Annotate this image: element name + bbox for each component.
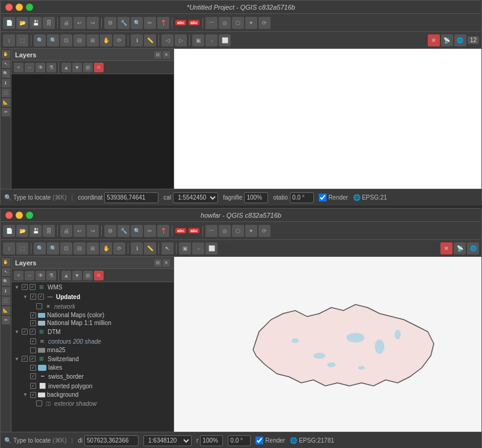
expand-dtm[interactable]: ▼	[14, 329, 20, 335]
zoom-out-icon[interactable]: 🔍	[47, 34, 59, 46]
zoom-tool-icon[interactable]: 🔍	[2, 69, 10, 78]
close-button-top[interactable]	[5, 4, 13, 11]
zoom-extent-icon[interactable]: ⊡	[60, 34, 72, 46]
pan-icon-b[interactable]: ↕	[3, 242, 15, 254]
pan-tool-icon-b[interactable]: ✋	[2, 258, 10, 267]
check-updated[interactable]: ✓	[30, 294, 36, 300]
check-updated2[interactable]: ✓	[38, 294, 44, 300]
layer-lakes[interactable]: ✓ lakes	[11, 364, 174, 371]
zoom-layer-icon-b[interactable]: ⊟	[74, 242, 86, 254]
expand-switzerland[interactable]: ▼	[14, 356, 20, 362]
browser-icon-b[interactable]: 🌐	[467, 242, 479, 254]
deselect-icon-b[interactable]: ⬜	[205, 242, 218, 254]
cursor-icon[interactable]: ↖	[2, 60, 10, 68]
rotation-input-top[interactable]	[290, 192, 314, 203]
info-tool-icon[interactable]: ℹ	[2, 79, 10, 87]
render-item-top[interactable]: Render	[319, 194, 348, 201]
edit-tool-icon-b[interactable]: ✏	[2, 316, 10, 324]
expand-natmap-1m[interactable]	[22, 320, 28, 326]
edit-tool-icon[interactable]: ✏	[2, 108, 10, 116]
save-as-icon[interactable]: 🗄	[43, 17, 55, 29]
save-as-icon-b[interactable]: 🗄	[43, 225, 55, 237]
layers-header-icon-2[interactable]: ✕	[163, 51, 170, 58]
pan-tool-icon[interactable]: ✋	[2, 50, 10, 58]
add-layer-icon[interactable]: +	[14, 63, 23, 72]
magnify-input-top[interactable]	[244, 192, 268, 203]
rotation-input-bottom[interactable]	[200, 435, 223, 446]
tool1-icon-b[interactable]: ⚙	[104, 225, 116, 237]
check-wms2[interactable]: ✓	[30, 284, 36, 290]
measure-tool-icon[interactable]: 📐	[2, 98, 10, 107]
epsg-item-bottom[interactable]: 🌐 EPSG:21781	[290, 437, 334, 444]
add-layer-icon-b[interactable]: +	[14, 271, 23, 280]
expand-natmaps-color[interactable]	[22, 312, 28, 318]
identify-icon-b[interactable]: ℹ	[131, 242, 143, 254]
zoom-selection-icon-b[interactable]: ⊞	[87, 242, 99, 254]
scale-select-bottom[interactable]: 1:6348120	[143, 435, 192, 446]
edit2-icon[interactable]: ◎	[219, 17, 231, 29]
layer-swiss-border[interactable]: ✓ ━ swiss_border	[11, 371, 174, 381]
edit1-icon[interactable]: 〰	[205, 17, 218, 29]
locate-item-bottom[interactable]: 🔍 Type to locate (⌘K)	[4, 437, 67, 444]
scale-select-top[interactable]: 1:5542450	[173, 192, 218, 203]
pan-map-icon-b[interactable]: ✋	[100, 242, 112, 254]
tool3-icon[interactable]: 🔍	[131, 17, 143, 29]
digitize-icon[interactable]: ✖	[428, 34, 440, 46]
print-icon-b[interactable]: 🖨	[60, 225, 72, 237]
pan-icon[interactable]: ↕	[3, 34, 15, 46]
layer-group-icon-b[interactable]: ⊞	[83, 271, 93, 280]
open-project-icon-b[interactable]: 📂	[16, 225, 28, 237]
tool2-icon[interactable]: 🔧	[117, 17, 130, 29]
redo-icon-b[interactable]: ↪	[87, 225, 99, 237]
check-dtm[interactable]: ✓	[22, 329, 28, 335]
zoom-layer-icon[interactable]: ⊟	[74, 34, 86, 46]
tool5-icon-b[interactable]: 📍	[157, 225, 169, 237]
check-contours[interactable]: ✓	[30, 338, 36, 344]
layer-natmaps-color[interactable]: ✓ National Maps (color)	[11, 311, 174, 319]
maximize-button-top[interactable]	[26, 4, 33, 11]
undo-icon[interactable]: ↩	[74, 17, 86, 29]
expand-lakes[interactable]	[22, 365, 28, 371]
check-lakes[interactable]: ✓	[30, 365, 36, 371]
edit5-icon-b[interactable]: ⟳	[258, 225, 271, 237]
edit5-icon[interactable]: ⟳	[258, 17, 271, 29]
remove-layer-icon-b[interactable]: −	[25, 271, 34, 280]
cursor-icon-b[interactable]: ↖	[2, 268, 10, 276]
check-swiss-border[interactable]: ✓	[30, 373, 36, 379]
tool1-icon[interactable]: ⚙	[104, 17, 116, 29]
zoom-tool-icon-b[interactable]: 🔍	[2, 277, 10, 286]
deselect-icon[interactable]: ⬜	[219, 34, 231, 46]
select-tool-icon[interactable]: ⬚	[2, 89, 10, 97]
edit3-icon-b[interactable]: ⬡	[232, 225, 244, 237]
select-tool-icon-b[interactable]: ⬚	[2, 297, 10, 305]
zoom-out-icon-b[interactable]: 🔍	[47, 242, 59, 254]
check-dtm2[interactable]: ✓	[30, 329, 36, 335]
edit4-icon[interactable]: ✦	[245, 17, 257, 29]
edit4-icon-b[interactable]: ✦	[245, 225, 257, 237]
browser-icon[interactable]: 🌐	[454, 34, 466, 46]
check-background[interactable]: ✓	[30, 392, 36, 398]
measure-icon-b[interactable]: 📏	[144, 242, 156, 254]
layer-network[interactable]: ≡ network	[11, 301, 174, 311]
gps-icon[interactable]: 📡	[441, 34, 453, 46]
layers-header-icon-1b[interactable]: ⊟	[154, 259, 161, 267]
select3-icon[interactable]: ⬦	[205, 34, 218, 46]
nav2-icon[interactable]: ▷	[175, 34, 187, 46]
new-project-icon-b[interactable]: 📄	[3, 225, 15, 237]
select-icon[interactable]: ⬚	[16, 34, 28, 46]
undo-icon-b[interactable]: ↩	[74, 225, 86, 237]
check-network[interactable]	[36, 303, 42, 309]
save-project-icon[interactable]: 💾	[30, 17, 42, 29]
check-mna25[interactable]	[30, 347, 36, 353]
layer-contours[interactable]: ✓ ≋ contours 200 shade	[11, 336, 174, 346]
layers-header-icon-1[interactable]: ⊟	[154, 51, 161, 58]
zoom-selection-icon[interactable]: ⊞	[87, 34, 99, 46]
expand-swiss-border[interactable]	[22, 373, 28, 379]
tool2-icon-b[interactable]: 🔧	[117, 225, 130, 237]
layer-visibility-icon[interactable]: 👁	[36, 63, 45, 72]
layer-natmap-1m[interactable]: ✓ National Map 1:1 million	[11, 319, 174, 327]
select2-icon-b[interactable]: ▣	[179, 242, 191, 254]
open-project-icon[interactable]: 📂	[16, 17, 28, 29]
tool4-icon[interactable]: ✏	[144, 17, 156, 29]
gps-icon-b[interactable]: 📡	[454, 242, 466, 254]
